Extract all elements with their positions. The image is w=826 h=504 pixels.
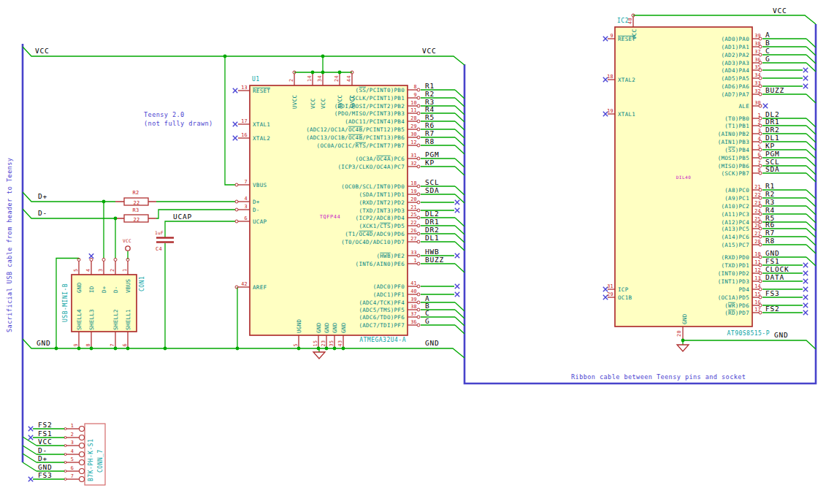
junction-dot xyxy=(223,55,227,58)
pin-name: GND xyxy=(332,322,338,333)
pin-number: 14 xyxy=(307,75,313,82)
pin-name: (HWB)PE2 xyxy=(376,253,405,259)
net-label: G xyxy=(425,317,430,325)
pin-name: (OC3A/OC4A)PC6 xyxy=(356,156,405,162)
pin-number: 36 xyxy=(410,319,417,325)
bus-entry xyxy=(455,137,464,146)
pin-number: 31 xyxy=(410,153,417,159)
pin-name: (AD5)PA5 xyxy=(721,75,749,82)
pin-name: XTAL1 xyxy=(253,121,270,128)
net-label: R2 xyxy=(425,90,435,98)
bus-entry xyxy=(806,63,816,72)
pin-number: 2 xyxy=(288,79,294,82)
pin-name: VBUS xyxy=(253,182,267,188)
pin-number: 26 xyxy=(410,228,417,234)
pin-name: (MISO)PB6 xyxy=(718,163,750,169)
pin-name: (A13)PC5 xyxy=(721,226,749,232)
pin-number: 5 xyxy=(293,343,299,346)
pin-name: (ADC0)PF0 xyxy=(373,283,405,290)
pin-end xyxy=(235,208,238,211)
bus-entry xyxy=(806,237,816,245)
bus-entry xyxy=(806,94,816,103)
junction-dot xyxy=(311,71,315,75)
pin-end xyxy=(417,185,420,188)
bus-entry xyxy=(455,264,464,272)
pin-number: 34 xyxy=(317,75,323,82)
schematic-page: U1 TQFP44 ATMEGA32U4-A IC2 DIL40 AT90S85… xyxy=(0,0,826,504)
note-ribbon-cable: Ribbon cable between Teensy pins and soc… xyxy=(571,373,746,381)
bus-entry xyxy=(806,39,816,47)
net-label: GND xyxy=(765,249,780,257)
net-label: R6 xyxy=(425,121,435,129)
pin-number: 15 xyxy=(313,340,318,347)
bus-entry xyxy=(806,173,816,182)
pin-number: 40 xyxy=(410,289,417,294)
pin-name: GND xyxy=(681,313,688,324)
net-label: R1 xyxy=(765,182,775,190)
net-label: DR2 xyxy=(425,226,440,234)
bus-entry xyxy=(806,134,816,142)
pin-end xyxy=(417,112,420,115)
connector-pin-circle xyxy=(80,452,85,457)
no-connect-x xyxy=(803,263,808,267)
conn7-ref: CONN_7 xyxy=(97,449,104,473)
pin-number: 7 xyxy=(110,343,115,346)
pin-name: (SDA/INT1)PD1 xyxy=(359,191,405,198)
pin-number: 10 xyxy=(754,251,761,257)
pin-name: (A9)PC1 xyxy=(724,195,749,202)
bus-entry xyxy=(455,234,464,243)
net-label: FS1 xyxy=(765,257,780,265)
pin-name: GND xyxy=(324,322,330,333)
pin-number: 28 xyxy=(410,115,417,121)
pin-name: OC1B xyxy=(618,294,632,301)
net-label: FS3 xyxy=(765,289,780,297)
gnd-label-left: GND xyxy=(37,339,51,347)
pin-number: 30 xyxy=(754,100,761,106)
net-label: HWB xyxy=(425,248,440,256)
no-connect-x xyxy=(233,136,237,140)
pin-name: XTAL2 xyxy=(618,77,635,83)
pin-end xyxy=(417,216,420,219)
pin-name: (AD0)PA0 xyxy=(721,36,749,42)
pin-name: (ICP2/ADC8)PD4 xyxy=(356,215,405,221)
pin-name: (T0)PB0 xyxy=(724,115,749,122)
net-label: SDA xyxy=(765,165,780,173)
ic2-gnd-label: GND xyxy=(774,331,789,339)
bus-entry xyxy=(455,186,464,195)
bus-entry xyxy=(806,206,816,215)
r2-value: 22 xyxy=(133,200,139,206)
net-label: DATA xyxy=(765,273,784,281)
u1-value: TQFP44 xyxy=(320,214,340,220)
pin-name: (SCK)PB7 xyxy=(721,170,749,177)
junction-dot xyxy=(55,347,58,351)
gnd-symbol-ic2 xyxy=(677,345,689,351)
pin-name: (INT1)PD3 xyxy=(718,278,749,285)
bus-entry xyxy=(455,159,464,167)
gnd-symbol-u1 xyxy=(313,352,325,359)
junction-dot xyxy=(338,71,342,75)
net-label: R7 xyxy=(425,129,435,137)
u1-ref: U1 xyxy=(252,76,260,83)
net-label: A xyxy=(765,31,770,39)
pin-name: (AIN0)PB2 xyxy=(718,131,749,137)
pin-end xyxy=(417,301,420,304)
net-label: C xyxy=(425,309,430,317)
ic2-part: AT90S8515-P xyxy=(727,330,770,337)
pin-name: D+ xyxy=(101,286,107,293)
bus-entry xyxy=(455,325,464,334)
pin-name: (ADC13/OC1B/OC4B/PCINT13)PB6 xyxy=(306,134,405,141)
c4-capacitor[interactable] xyxy=(156,238,174,243)
pin-end xyxy=(417,262,420,265)
no-connect-x xyxy=(803,76,808,80)
pin-number: 3 xyxy=(245,204,248,210)
pin-end xyxy=(417,240,420,243)
pin-number: 8 xyxy=(414,84,417,90)
pin-number: 9 xyxy=(414,92,417,98)
no-connect-x xyxy=(803,295,808,299)
pin-number: 13 xyxy=(241,85,248,91)
pin-end xyxy=(417,193,420,196)
net-label: KP xyxy=(425,159,435,167)
pin-number: 25 xyxy=(754,216,761,222)
vcc-label-top-left: VCC xyxy=(35,47,50,55)
pin-name: (OC0B/SCL/INT0)PD0 xyxy=(341,183,405,190)
